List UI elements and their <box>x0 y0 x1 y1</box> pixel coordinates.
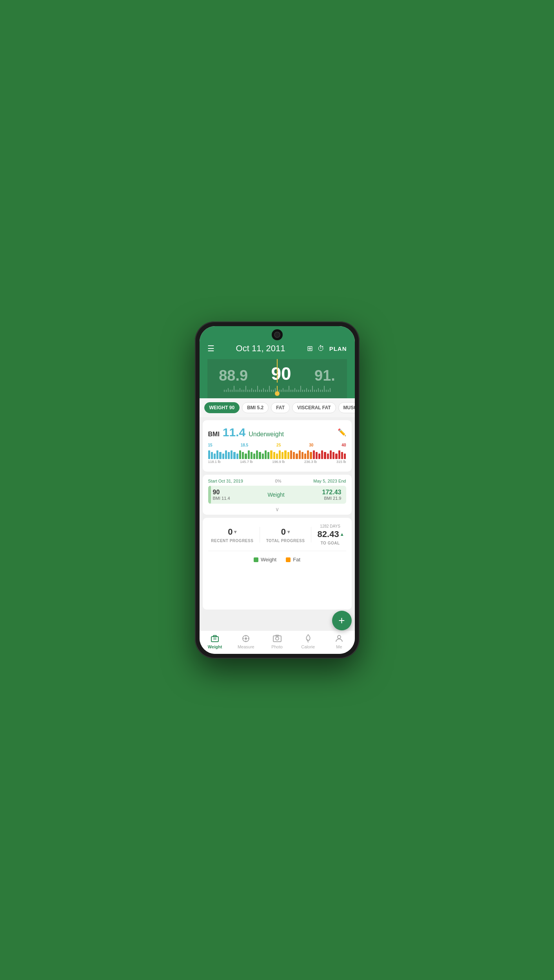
filter-chips: WEIGHT 90 BMI 5.2 FAT VISCERAL FAT MUSC <box>200 398 355 417</box>
current-weight: 90 <box>213 489 230 496</box>
to-goal-label: TO GOAL <box>318 541 343 545</box>
camera <box>274 332 280 338</box>
bmi-tick-marks <box>208 448 346 459</box>
notch <box>272 329 283 340</box>
recent-progress-value: 0 <box>228 527 232 537</box>
chip-bmi[interactable]: BMI 5.2 <box>242 402 269 413</box>
chevron-down-icon[interactable]: ∨ <box>203 504 352 515</box>
total-progress-arrow: ▾ <box>287 529 290 535</box>
legend-fat-label: Fat <box>293 557 300 563</box>
progress-header: Start Oct 31, 2019 0% May 5, 2023 End <box>203 475 352 486</box>
bmi-mark-30: 30 <box>309 443 313 447</box>
goal-end-date: May 5, 2023 End <box>313 479 346 483</box>
total-progress-label: TOTAL PROGRESS <box>266 539 305 543</box>
nav-label-calorie: Calorie <box>301 644 315 649</box>
days-count: 1282 DAYS <box>318 524 343 528</box>
menu-icon[interactable]: ☰ <box>207 344 214 353</box>
nav-label-photo: Photo <box>271 644 283 649</box>
compare-icon[interactable]: ⊞ <box>307 344 313 353</box>
bmi-card: BMI 11.4 Underweight ✏️ 15 18.5 25 30 40 <box>203 420 352 472</box>
recent-progress-arrow: ▾ <box>234 529 236 535</box>
bmi-lb-0: 118.1 lb <box>208 460 221 464</box>
scale-indicator-line <box>277 359 278 383</box>
legend-fat: Fat <box>286 557 300 563</box>
stats-row: 0 ▾ RECENT PROGRESS 0 ▾ TOTAL PROGRESS <box>208 524 346 551</box>
chip-visceral-fat[interactable]: VISCERAL FAT <box>292 402 336 413</box>
bmi-scale: 15 18.5 25 30 40 <box>208 443 346 464</box>
history-icon[interactable]: ⏱ <box>318 345 325 353</box>
plan-button[interactable]: PLAN <box>329 345 347 352</box>
progress-label: Weight <box>267 492 284 498</box>
nav-label-measure: Measure <box>238 644 254 649</box>
bmi-lb-3: 236.3 lb <box>304 460 317 464</box>
nav-item-measure[interactable]: Measure <box>231 634 262 649</box>
measure-icon <box>241 634 251 643</box>
legend-weight-dot <box>254 557 258 562</box>
edit-icon[interactable]: ✏️ <box>338 428 346 437</box>
scale-center-num: 90 <box>271 363 291 384</box>
bottom-navigation: Weight Measure <box>200 630 355 654</box>
bmi-lb-2: 196.9 lb <box>272 460 285 464</box>
me-icon <box>334 634 344 643</box>
bmi-mark-40: 40 <box>341 443 346 447</box>
stats-card: 0 ▾ RECENT PROGRESS 0 ▾ TOTAL PROGRESS <box>203 518 352 610</box>
bmi-value: 11.4 <box>223 426 245 439</box>
goal-bmi: BMI 21.9 <box>322 496 341 501</box>
calorie-icon <box>303 634 313 643</box>
bmi-lb-4: 315 lb <box>336 460 346 464</box>
legend-weight: Weight <box>254 557 276 563</box>
nav-label-weight: Weight <box>208 644 222 649</box>
chip-fat[interactable]: FAT <box>271 402 290 413</box>
to-goal-arrow: ▴ <box>341 532 343 537</box>
svg-point-12 <box>338 635 341 639</box>
bmi-status: Underweight <box>249 431 284 438</box>
weight-scale[interactable]: 88.9 90 91. <box>207 359 347 398</box>
bmi-mark-15: 15 <box>208 443 213 447</box>
total-progress-stat: 0 ▾ TOTAL PROGRESS <box>266 527 305 543</box>
chip-muscle[interactable]: MUSC <box>338 402 355 413</box>
chip-weight[interactable]: WEIGHT 90 <box>204 402 240 413</box>
nav-item-me[interactable]: Me <box>323 634 354 649</box>
stat-divider-1 <box>260 527 260 543</box>
bmi-label: BMI <box>208 431 220 438</box>
total-progress-value: 0 <box>281 527 286 537</box>
header-date: Oct 11, 2011 <box>236 343 285 354</box>
bmi-mark-185: 18.5 <box>241 443 248 447</box>
legend-weight-label: Weight <box>261 557 276 563</box>
current-bmi: BMI 11.4 <box>213 496 230 501</box>
stat-divider-2 <box>311 527 311 543</box>
bmi-scale-bottom-labels: 118.1 lb 145.7 lb 196.9 lb 236.3 lb 315 … <box>208 460 346 464</box>
to-goal-stat: 1282 DAYS 82.43 ▴ TO GOAL <box>318 524 343 545</box>
add-fab-button[interactable]: + <box>332 611 352 630</box>
progress-start: 90 BMI 11.4 <box>213 489 230 501</box>
chart-legend: Weight Fat <box>208 551 346 564</box>
svg-point-10 <box>276 637 279 640</box>
goal-pct: 0% <box>275 479 282 483</box>
bmi-lb-1: 145.7 lb <box>240 460 252 464</box>
main-content: BMI 11.4 Underweight ✏️ 15 18.5 25 30 40 <box>200 417 355 630</box>
nav-label-me: Me <box>336 644 342 649</box>
phone-frame: ☰ Oct 11, 2011 ⊞ ⏱ PLAN 88.9 90 91. <box>195 321 360 659</box>
goal-weight: 172.43 <box>322 489 341 496</box>
scale-dot <box>275 391 280 396</box>
chart-area <box>208 564 346 603</box>
nav-item-photo[interactable]: Photo <box>262 634 292 649</box>
legend-fat-dot <box>286 557 291 562</box>
recent-progress-label: RECENT PROGRESS <box>211 539 253 543</box>
to-goal-value: 82.43 <box>318 529 339 539</box>
photo-icon <box>272 634 282 643</box>
weight-icon <box>210 634 220 643</box>
goal-progress-card: Start Oct 31, 2019 0% May 5, 2023 End 90… <box>203 475 352 515</box>
nav-item-weight[interactable]: Weight <box>200 634 231 649</box>
svg-point-4 <box>245 637 247 640</box>
progress-bar: 90 BMI 11.4 Weight 172.43 BMI 21.9 <box>208 486 346 504</box>
recent-progress-stat: 0 ▾ RECENT PROGRESS <box>211 527 253 543</box>
scale-right-num: 91. <box>314 367 335 384</box>
phone-screen: ☰ Oct 11, 2011 ⊞ ⏱ PLAN 88.9 90 91. <box>200 326 355 654</box>
bmi-scale-top-labels: 15 18.5 25 30 40 <box>208 443 346 447</box>
nav-item-calorie[interactable]: Calorie <box>292 634 323 649</box>
progress-end: 172.43 BMI 21.9 <box>322 489 341 501</box>
scale-left-num: 88.9 <box>219 367 248 384</box>
goal-start-date: Start Oct 31, 2019 <box>208 479 243 483</box>
bmi-mark-25: 25 <box>276 443 281 447</box>
